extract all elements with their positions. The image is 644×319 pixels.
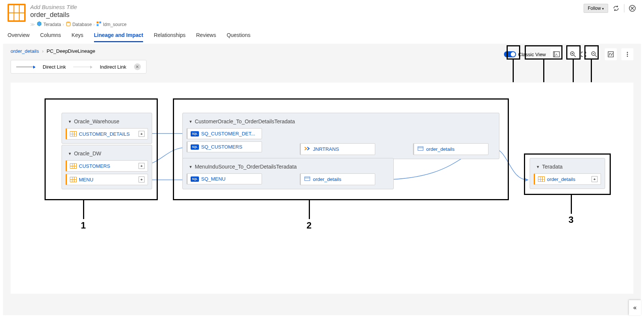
close-icon[interactable]: [628, 4, 636, 12]
table-node[interactable]: CUSTOMERS +: [66, 160, 148, 172]
classic-view-label: Classic View: [518, 52, 546, 57]
crumb-item[interactable]: Teradata: [43, 22, 61, 27]
more-icon[interactable]: [622, 49, 633, 60]
group-oracle-dw: Oracle_DW CUSTOMERS + MENU +: [62, 145, 152, 189]
object-name: order_details: [30, 11, 579, 19]
expand-icon[interactable]: +: [139, 131, 145, 137]
svg-point-11: [627, 54, 628, 55]
svg-rect-3: [97, 24, 99, 26]
group-header[interactable]: Oracle_Warehouse: [66, 117, 148, 126]
zoom-out-icon[interactable]: [589, 49, 599, 60]
legend-direct-label: Direct Link: [43, 64, 66, 70]
sql-icon: SQL: [191, 131, 199, 136]
database-icon: [66, 21, 71, 28]
group-teradata: Teradata order_details +: [530, 158, 605, 189]
svg-rect-1: [97, 21, 99, 23]
target-node[interactable]: order_details: [300, 173, 375, 185]
group-oracle-warehouse: Oracle_Warehouse CUSTOMER_DETAILS +: [62, 113, 152, 144]
legend-indirect-label: Indirect Link: [100, 64, 126, 70]
legend: Direct Link Indirect Link ✕: [11, 60, 146, 74]
svg-rect-2: [99, 21, 101, 23]
group-header[interactable]: CustomerOracle_To_OrderDetailsTeradata: [186, 117, 495, 126]
group-mapping-2: MenuInduSource_To_OrderDetailsTeradata S…: [182, 158, 394, 189]
lineage-canvas[interactable]: 1 2 3 Oracle_Warehouse CUSTOMER_DETAILS …: [11, 83, 633, 294]
table-icon: [70, 131, 77, 136]
expand-panel-button[interactable]: «: [629, 300, 641, 315]
tab-questions[interactable]: Questions: [226, 32, 250, 42]
target-icon: [304, 176, 311, 183]
table-icon: [70, 163, 77, 169]
node-label[interactable]: MENU: [79, 177, 93, 183]
crumb-item[interactable]: ldm_source: [103, 22, 126, 27]
tab-lineage[interactable]: Lineage and Impact: [94, 32, 143, 42]
schema-icon: [96, 21, 102, 28]
group-header[interactable]: Teradata: [534, 162, 601, 171]
tab-reviews[interactable]: Reviews: [196, 32, 216, 42]
expand-icon[interactable]: +: [139, 163, 145, 169]
fit-icon[interactable]: [578, 49, 589, 60]
target-node[interactable]: order_details: [413, 143, 488, 155]
svg-rect-9: [608, 52, 613, 57]
classic-view-toggle[interactable]: [504, 51, 516, 57]
table-node[interactable]: order_details +: [534, 173, 601, 185]
svg-point-0: [66, 21, 70, 23]
table-node[interactable]: CUSTOMER_DETAILS +: [66, 128, 148, 140]
svg-text:A: A: [555, 53, 558, 57]
tab-bar: Overview Columns Keys Lineage and Impact…: [0, 28, 644, 42]
zoom-in-icon[interactable]: [568, 49, 578, 60]
node-label[interactable]: order_details: [547, 176, 575, 182]
svg-point-10: [627, 52, 628, 53]
table-icon: [70, 177, 77, 182]
node-label[interactable]: order_details: [313, 176, 341, 182]
group-mapping-1: CustomerOracle_To_OrderDetailsTeradata S…: [182, 113, 499, 159]
tab-keys[interactable]: Keys: [72, 32, 83, 42]
direct-link-icon: [16, 67, 35, 67]
sql-icon: SQL: [191, 176, 199, 182]
transform-node[interactable]: SQLSQ_MENU: [186, 173, 262, 184]
node-label[interactable]: SQ_CUSTOMER_DET...: [201, 131, 255, 136]
node-label[interactable]: SQ_MENU: [201, 176, 225, 182]
cube-icon: [37, 21, 42, 28]
refresh-icon[interactable]: [612, 4, 620, 12]
follow-button[interactable]: Follow ▾: [584, 4, 608, 13]
transform-node[interactable]: JNRTRANS: [300, 143, 375, 155]
crumb-item[interactable]: Database: [72, 22, 92, 27]
text-frame-icon[interactable]: A: [551, 49, 562, 60]
group-header[interactable]: MenuInduSource_To_OrderDetailsTeradata: [186, 162, 390, 171]
node-label[interactable]: SQ_CUSTOMERS: [201, 144, 242, 150]
table-icon: [8, 4, 26, 22]
tab-relationships[interactable]: Relationships: [154, 32, 185, 42]
tab-columns[interactable]: Columns: [40, 32, 61, 42]
expand-icon[interactable]: +: [139, 176, 145, 183]
node-label[interactable]: CUSTOMERS: [79, 163, 110, 169]
annotation-label: 2: [307, 220, 311, 231]
svg-rect-13: [418, 147, 423, 150]
breadcrumb: ≫ Teradata › Database › ldm_source: [30, 21, 579, 28]
table-node[interactable]: MENU +: [66, 174, 148, 185]
annotation-label: 1: [81, 220, 86, 231]
svg-rect-14: [305, 177, 310, 181]
crumb-current: PC_DeepDiveLineage: [47, 48, 96, 54]
group-header[interactable]: Oracle_DW: [66, 149, 148, 158]
close-legend-button[interactable]: ✕: [134, 63, 141, 70]
target-icon: [417, 146, 424, 152]
svg-point-12: [627, 56, 628, 57]
transform-node[interactable]: SQLSQ_CUSTOMER_DET...: [186, 128, 262, 139]
annotation-label: 3: [569, 215, 573, 225]
business-title[interactable]: Add Business Title: [30, 4, 579, 10]
table-icon: [538, 176, 545, 182]
node-label[interactable]: order_details: [426, 146, 454, 152]
transform-node[interactable]: SQLSQ_CUSTOMERS: [186, 141, 262, 152]
tab-overview[interactable]: Overview: [8, 32, 29, 42]
node-label[interactable]: JNRTRANS: [313, 146, 339, 152]
sql-icon: SQL: [191, 144, 199, 150]
indirect-link-icon: [73, 67, 92, 67]
expand-icon[interactable]: +: [592, 176, 598, 182]
fullscreen-icon[interactable]: [605, 49, 616, 60]
crumb-root[interactable]: order_details: [11, 48, 39, 54]
node-label[interactable]: CUSTOMER_DETAILS: [79, 131, 130, 137]
joiner-icon: [304, 146, 311, 152]
